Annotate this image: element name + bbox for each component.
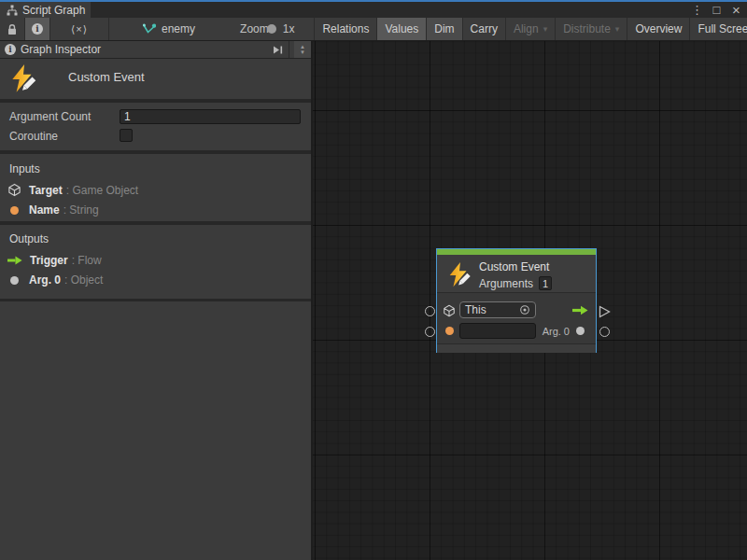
close-icon[interactable]: × <box>729 2 743 18</box>
inputs-section: Inputs Target : Game Object Name : Strin… <box>0 154 311 221</box>
unit-title: Custom Event <box>68 70 145 84</box>
lock-icon <box>7 23 18 35</box>
spinner-down-icon: ▼ <box>300 49 305 55</box>
node-title: Custom Event <box>479 260 549 273</box>
arguments-label: Arguments <box>479 277 533 290</box>
target-value: This <box>465 303 486 316</box>
port-name: Arg. 0 <box>29 273 61 287</box>
overview-button[interactable]: Overview <box>627 18 690 40</box>
info-icon: i <box>5 44 16 55</box>
custom-event-icon <box>7 63 39 96</box>
full-screen-button[interactable]: Full Screen <box>690 18 747 40</box>
event-name-field[interactable] <box>459 323 536 339</box>
toolbar-right-group: Relations Values Dim Carry Align ▾ Distr… <box>315 18 747 40</box>
input-row-target: Target : Game Object <box>7 183 138 197</box>
panel-spinner[interactable]: ▲ ▼ <box>294 41 311 58</box>
output-row-arg0: Arg. 0 : Object <box>7 273 103 287</box>
focus-highlight-line <box>0 0 747 2</box>
coroutine-label: Coroutine <box>9 130 58 143</box>
arg0-output-port[interactable] <box>599 327 610 337</box>
node-header[interactable]: Custom Event Arguments 1 <box>437 255 596 293</box>
arguments-count-badge[interactable]: 1 <box>539 276 552 290</box>
info-icon: i <box>32 23 43 35</box>
coroutine-checkbox[interactable] <box>120 129 133 142</box>
zoom-value: 1x <box>283 22 295 35</box>
game-object-cube-icon <box>443 304 456 317</box>
dock-right-icon <box>272 45 284 55</box>
node-body: This Arg. 0 <box>437 294 596 343</box>
custom-event-icon <box>445 260 473 290</box>
arg0-output-label: Arg. 0 <box>540 326 570 337</box>
object-picker-icon[interactable] <box>519 304 530 315</box>
script-graph-window: Script Graph ⋮ □ × i ⟨×⟩ enemy <box>0 0 747 560</box>
dock-panel-button[interactable] <box>267 41 289 58</box>
port-name: Target <box>29 184 63 197</box>
graph-inspector-header: i Graph Inspector ▲ ▼ <box>0 41 311 59</box>
distribute-label: Distribute <box>563 22 611 35</box>
inspector-empty-area <box>0 301 311 560</box>
inspector-toggle-button[interactable]: i <box>25 18 50 40</box>
dim-button[interactable]: Dim <box>427 18 462 40</box>
graph-inspector-panel: i Graph Inspector ▲ ▼ <box>0 41 313 560</box>
graph-canvas[interactable]: Custom Event Arguments 1 This <box>313 41 747 560</box>
code-icon: ⟨×⟩ <box>71 23 88 35</box>
align-dropdown-button[interactable]: Align ▾ <box>506 18 556 40</box>
flow-arrow-icon <box>7 256 22 265</box>
zoom-slider-thumb[interactable] <box>267 24 276 34</box>
title-bar: Script Graph ⋮ □ × <box>0 0 747 18</box>
zoom-label: Zoom <box>240 22 269 35</box>
trigger-output-port[interactable] <box>599 305 611 318</box>
graph-toolbar: i ⟨×⟩ enemy Zoom 1x Relations Values <box>0 18 747 41</box>
window-controls: ⋮ □ × <box>690 2 743 18</box>
flow-arrow-icon <box>572 305 588 315</box>
relations-button[interactable]: Relations <box>315 18 377 40</box>
breadcrumb-graph-name: enemy <box>162 22 195 35</box>
object-port-icon <box>576 327 585 335</box>
relations-label: Relations <box>322 22 369 35</box>
chevron-down-icon: ▾ <box>543 24 548 34</box>
unit-title-block: Custom Event <box>0 59 311 99</box>
port-type: : Game Object <box>66 184 138 197</box>
game-object-cube-icon <box>7 183 21 197</box>
custom-event-node[interactable]: Custom Event Arguments 1 This <box>436 248 597 353</box>
script-graph-asset-icon <box>143 23 156 35</box>
lock-button[interactable] <box>0 18 25 40</box>
port-name: Trigger <box>30 254 68 267</box>
values-button[interactable]: Values <box>377 18 427 40</box>
toolbar-separator <box>303 18 315 40</box>
carry-button[interactable]: Carry <box>463 18 506 40</box>
outputs-section: Outputs Trigger : Flow Arg. 0 : Object <box>0 225 311 299</box>
argument-count-field[interactable] <box>120 109 301 124</box>
outputs-heading: Outputs <box>9 232 49 245</box>
graph-hierarchy-icon <box>7 5 18 16</box>
carry-label: Carry <box>471 22 498 35</box>
tab-script-graph[interactable]: Script Graph <box>0 2 91 18</box>
distribute-dropdown-button[interactable]: Distribute ▾ <box>556 18 627 40</box>
target-dropdown[interactable]: This <box>459 301 536 318</box>
values-label: Values <box>385 22 418 35</box>
port-type: : String <box>63 203 99 217</box>
overview-label: Overview <box>635 22 682 35</box>
object-port-icon <box>10 276 19 285</box>
node-footer <box>437 343 596 353</box>
tab-title: Script Graph <box>22 4 85 17</box>
align-label: Align <box>514 22 539 35</box>
string-port-icon <box>445 327 454 335</box>
output-row-trigger: Trigger : Flow <box>7 254 102 267</box>
inputs-heading: Inputs <box>9 162 40 175</box>
dim-label: Dim <box>434 22 454 35</box>
argument-count-label: Argument Count <box>9 110 91 123</box>
chevron-down-icon: ▾ <box>615 24 620 34</box>
maximize-icon[interactable]: □ <box>710 2 724 18</box>
code-view-button[interactable]: ⟨×⟩ <box>50 18 109 40</box>
window-menu-icon[interactable]: ⋮ <box>690 2 704 18</box>
input-row-name: Name : String <box>7 203 99 217</box>
full-screen-label: Full Screen <box>698 22 747 35</box>
string-port-icon <box>10 206 19 215</box>
target-input-port[interactable] <box>425 306 435 316</box>
port-type: : Object <box>64 273 103 287</box>
name-input-port[interactable] <box>425 327 435 337</box>
port-name: Name <box>29 203 60 217</box>
node-subtitle: Arguments 1 <box>479 276 552 290</box>
graph-breadcrumb[interactable]: enemy <box>134 18 204 40</box>
